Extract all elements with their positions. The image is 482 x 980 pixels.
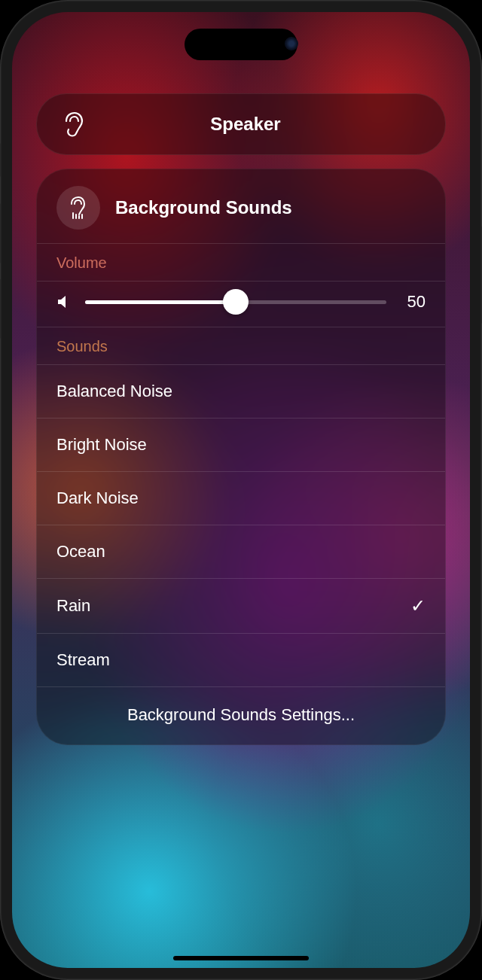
- sound-item-rain[interactable]: Rain ✓: [37, 578, 445, 633]
- panel-header[interactable]: Background Sounds: [37, 169, 445, 243]
- background-sounds-settings-link[interactable]: Background Sounds Settings...: [37, 686, 445, 744]
- volume-up-button: [0, 203, 1, 263]
- settings-link-label: Background Sounds Settings...: [127, 705, 355, 724]
- sound-item-label: Bright Noise: [56, 435, 147, 455]
- screen: Speaker: [12, 12, 470, 968]
- sound-item-dark-noise[interactable]: Dark Noise: [37, 471, 445, 525]
- home-indicator[interactable]: [173, 956, 309, 960]
- sound-item-label: Stream: [56, 650, 110, 670]
- volume-value: 50: [398, 292, 426, 312]
- front-camera: [285, 37, 298, 50]
- panel-title: Background Sounds: [115, 197, 292, 218]
- sound-item-label: Balanced Noise: [56, 382, 172, 401]
- background-sounds-icon-circle: [56, 186, 100, 230]
- sound-item-bright-noise[interactable]: Bright Noise: [37, 418, 445, 471]
- checkmark-icon: ✓: [410, 595, 426, 616]
- control-center-content: Speaker: [12, 12, 470, 968]
- sound-item-ocean[interactable]: Ocean: [37, 525, 445, 578]
- background-sounds-panel: Background Sounds Volume 50: [36, 169, 446, 745]
- ear-waves-icon: [66, 195, 90, 221]
- sound-item-balanced-noise[interactable]: Balanced Noise: [37, 364, 445, 418]
- dynamic-island: [185, 29, 297, 60]
- volume-slider[interactable]: [85, 300, 386, 304]
- sounds-section-label: Sounds: [37, 327, 445, 364]
- speaker-label: Speaker: [69, 114, 423, 135]
- volume-slider-fill: [85, 300, 236, 304]
- volume-down-button: [0, 278, 1, 339]
- speaker-small-icon: [56, 295, 73, 309]
- silent-switch: [0, 143, 1, 177]
- volume-section-label: Volume: [37, 243, 445, 281]
- volume-slider-thumb[interactable]: [223, 289, 249, 315]
- sound-item-label: Dark Noise: [56, 488, 139, 508]
- volume-row: 50: [37, 281, 445, 327]
- sound-item-stream[interactable]: Stream: [37, 633, 445, 686]
- speaker-output-button[interactable]: Speaker: [36, 93, 446, 155]
- sound-item-label: Rain: [56, 596, 90, 616]
- phone-frame: Speaker: [0, 0, 482, 980]
- sound-item-label: Ocean: [56, 542, 105, 562]
